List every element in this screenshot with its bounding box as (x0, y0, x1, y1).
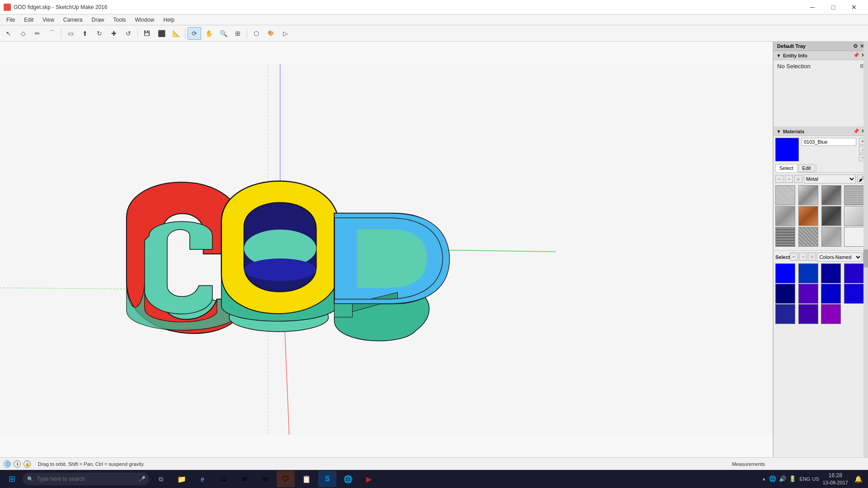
swatch-4[interactable] (775, 206, 795, 226)
select2-nav-forward[interactable]: → (799, 253, 807, 261)
canvas-viewport[interactable] (0, 42, 773, 457)
color-3[interactable] (844, 263, 864, 283)
materials-pin-icon[interactable]: 📌 (853, 128, 859, 134)
taskbar-app-files[interactable]: 🗂 (214, 471, 232, 487)
tape-tool[interactable]: 📐 (169, 27, 183, 40)
arc-tool[interactable]: ⌒ (45, 27, 59, 40)
geo-icon[interactable]: 🌐 (4, 460, 11, 468)
tray-arrow-icon[interactable]: ▲ (762, 476, 766, 481)
panel-scrollbar-thumb[interactable] (863, 249, 868, 267)
window-controls: ─ □ ✕ (802, 0, 864, 14)
pushpull-tool[interactable]: ⬆ (78, 27, 92, 40)
section-tool[interactable]: ⬡ (250, 27, 263, 40)
swatch-1[interactable] (798, 185, 818, 205)
misc2-icon: ▶ (366, 475, 372, 483)
maximize-button[interactable]: □ (823, 0, 844, 14)
materials-select-tab[interactable]: Select (775, 164, 797, 172)
minimize-button[interactable]: ─ (802, 0, 823, 14)
right-panel: Default Tray ⚙ ✕ ▼ Entity Info 📌 ✕ No Se… (773, 42, 868, 457)
color-10[interactable] (821, 304, 841, 324)
color-2[interactable] (821, 263, 841, 283)
menu-camera[interactable]: Camera (59, 16, 87, 24)
color-7[interactable] (844, 284, 864, 304)
color-0[interactable] (775, 263, 795, 283)
material-name-input[interactable] (802, 138, 856, 146)
taskbar-app-antivirus[interactable]: 🛡 (277, 471, 295, 487)
select2-category-select[interactable]: Colors-Named (817, 253, 862, 262)
taskbar-app-edge[interactable]: e (193, 471, 212, 487)
menu-view[interactable]: View (38, 16, 59, 24)
entity-info-content: No Selection ⊞ (774, 60, 868, 72)
taskbar-app-chrome[interactable]: 🌐 (339, 471, 357, 487)
swatch-5[interactable] (798, 206, 818, 226)
swatch-2[interactable] (821, 185, 841, 205)
materials-category-select[interactable]: Metal (804, 174, 856, 183)
info-icon[interactable]: ℹ (14, 460, 21, 468)
color-8[interactable] (775, 304, 795, 324)
materials-header[interactable]: ▼ Materials 📌 ✕ (774, 127, 868, 136)
select-tool[interactable]: ↖ (2, 27, 15, 40)
pencil-tool[interactable]: ✏ (31, 27, 44, 40)
materials-edit-tab[interactable]: Edit (798, 164, 815, 172)
entity-info-pin-icon[interactable]: 📌 (853, 52, 859, 58)
menu-help[interactable]: Help (159, 16, 179, 24)
material-name-area (802, 138, 856, 146)
swatch-10[interactable] (821, 227, 841, 247)
mat-nav-home[interactable]: ⌂ (794, 175, 802, 183)
select2-nav-home[interactable]: ⌂ (808, 253, 816, 261)
start-button[interactable]: ⊞ (4, 471, 20, 487)
color-4[interactable] (775, 284, 795, 304)
taskbar-search-input[interactable] (23, 473, 149, 485)
battery-icon[interactable]: 🔋 (789, 475, 796, 482)
mat-nav-back[interactable]: ← (775, 175, 783, 183)
offset-tool[interactable]: ⬛ (155, 27, 168, 40)
taskbar-app-misc1[interactable]: 📋 (297, 471, 316, 487)
zoom-extents-tool[interactable]: ⊞ (231, 27, 245, 40)
taskbar-app-explorer[interactable]: 📁 (173, 471, 191, 487)
color-6[interactable] (821, 284, 841, 304)
taskbar-app-outlook[interactable]: ✉ (235, 471, 253, 487)
color-1[interactable] (798, 263, 818, 283)
menu-file[interactable]: File (2, 16, 19, 24)
clock[interactable]: 16:28 13-08-2017 (823, 472, 848, 486)
swatch-9[interactable] (798, 227, 818, 247)
swatch-11[interactable] (844, 227, 864, 247)
swatch-0[interactable] (775, 185, 795, 205)
volume-icon[interactable]: 🔊 (779, 475, 786, 482)
color-5[interactable] (798, 284, 818, 304)
notification-center-button[interactable]: 🔔 (852, 473, 864, 485)
tray-settings-icon[interactable]: ⚙ (853, 43, 858, 49)
rotate-tool[interactable]: ↻ (93, 27, 106, 40)
swatch-6[interactable] (821, 206, 841, 226)
eraser-tool[interactable]: ◇ (16, 27, 30, 40)
entity-info-header[interactable]: ▼ Entity Info 📌 ✕ (774, 51, 868, 60)
mat-nav-forward[interactable]: → (785, 175, 793, 183)
taskbar-app-store[interactable]: 🛍 (256, 471, 274, 487)
task-view-button[interactable]: ⧉ (152, 471, 170, 487)
undo-tool[interactable]: ↺ (122, 27, 135, 40)
texture-tool[interactable]: 🎨 (264, 27, 278, 40)
select2-nav-back[interactable]: ← (790, 253, 798, 261)
network-icon[interactable]: 🌐 (769, 475, 776, 482)
zoom-tool[interactable]: 🔍 (217, 27, 230, 40)
walk-tool[interactable]: ▷ (278, 27, 292, 40)
swatch-7[interactable] (844, 206, 864, 226)
swatch-8[interactable] (775, 227, 795, 247)
taskbar-app-misc2[interactable]: ▶ (360, 471, 378, 487)
panel-scrollbar[interactable] (863, 42, 868, 457)
pan-tool[interactable]: ✋ (202, 27, 216, 40)
color-9[interactable] (798, 304, 818, 324)
menu-window[interactable]: Window (131, 16, 159, 24)
menu-tools[interactable]: Tools (109, 16, 131, 24)
swatch-3[interactable] (844, 185, 864, 205)
taskbar-app-sketchup[interactable]: S (318, 471, 336, 487)
orbit-tool[interactable]: ⟳ (188, 27, 201, 40)
menu-edit[interactable]: Edit (19, 16, 38, 24)
close-button[interactable]: ✕ (844, 0, 864, 14)
lock-icon[interactable]: 🔒 (24, 460, 31, 468)
save-tool[interactable]: 💾 (140, 27, 154, 40)
rectangle-tool[interactable]: ▭ (64, 27, 77, 40)
menu-draw[interactable]: Draw (87, 16, 109, 24)
move-tool[interactable]: ✚ (107, 27, 121, 40)
microphone-icon[interactable]: 🎤 (139, 476, 146, 482)
